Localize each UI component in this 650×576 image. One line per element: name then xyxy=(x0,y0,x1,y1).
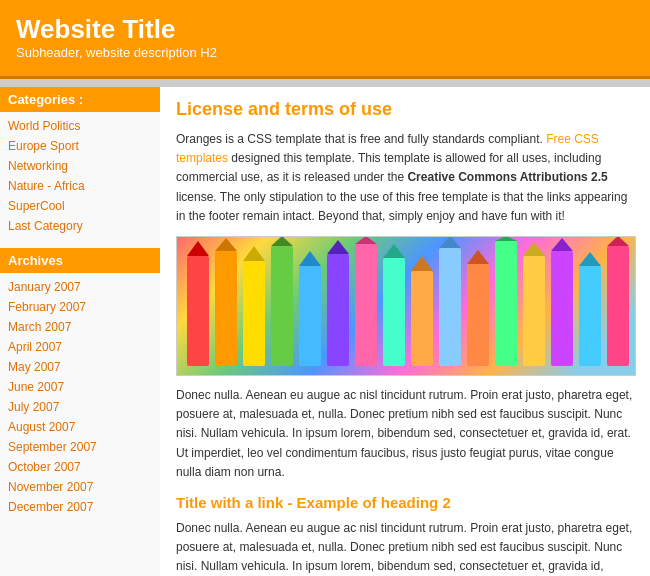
archive-link[interactable]: November 2007 xyxy=(0,477,160,497)
svg-rect-4 xyxy=(243,261,265,366)
list-item: May 2007 xyxy=(0,357,160,377)
site-subtitle: Subheader, website description H2 xyxy=(16,45,634,60)
list-item: Networking xyxy=(0,156,160,176)
categories-list: World Politics Europe Sport Networking N… xyxy=(0,112,160,240)
categories-heading: Categories : xyxy=(0,87,160,112)
site-header: Website Title Subheader, website descrip… xyxy=(0,0,650,79)
archives-list: January 2007 February 2007 March 2007 Ap… xyxy=(0,273,160,521)
list-item: World Politics xyxy=(0,116,160,136)
svg-rect-24 xyxy=(523,256,545,366)
article2-paragraph: Donec nulla. Aenean eu augue ac nisl tin… xyxy=(176,519,636,576)
svg-marker-17 xyxy=(411,256,433,271)
main-content: License and terms of use Oranges is a CS… xyxy=(160,87,650,576)
svg-rect-8 xyxy=(299,266,321,366)
list-item: August 2007 xyxy=(0,417,160,437)
svg-marker-13 xyxy=(355,236,377,244)
list-item: June 2007 xyxy=(0,377,160,397)
svg-rect-6 xyxy=(271,246,293,366)
article1-paragraph2: Donec nulla. Aenean eu augue ac nisl tin… xyxy=(176,386,636,482)
list-item: April 2007 xyxy=(0,337,160,357)
archive-link[interactable]: March 2007 xyxy=(0,317,160,337)
svg-rect-14 xyxy=(383,258,405,366)
svg-marker-3 xyxy=(215,238,237,251)
svg-rect-0 xyxy=(187,256,209,366)
archive-link[interactable]: January 2007 xyxy=(0,277,160,297)
list-item: February 2007 xyxy=(0,297,160,317)
svg-marker-21 xyxy=(467,250,489,264)
list-item: July 2007 xyxy=(0,397,160,417)
svg-marker-9 xyxy=(299,251,321,266)
svg-marker-25 xyxy=(523,242,545,256)
list-item: December 2007 xyxy=(0,497,160,517)
archive-link[interactable]: October 2007 xyxy=(0,457,160,477)
svg-marker-19 xyxy=(439,236,461,248)
archives-heading: Archives xyxy=(0,248,160,273)
list-item: October 2007 xyxy=(0,457,160,477)
category-link[interactable]: Nature - Africa xyxy=(0,176,160,196)
site-title: Website Title xyxy=(16,14,634,45)
list-item: March 2007 xyxy=(0,317,160,337)
list-item: Last Category xyxy=(0,216,160,236)
svg-marker-11 xyxy=(327,240,349,254)
archive-link[interactable]: June 2007 xyxy=(0,377,160,397)
archive-link[interactable]: August 2007 xyxy=(0,417,160,437)
svg-marker-5 xyxy=(243,246,265,261)
svg-rect-28 xyxy=(579,266,601,366)
svg-rect-16 xyxy=(411,271,433,366)
svg-marker-31 xyxy=(607,236,629,246)
svg-rect-10 xyxy=(327,254,349,366)
article1-text-end: license. The only stipulation to the use… xyxy=(176,190,627,223)
page-wrapper: Categories : World Politics Europe Sport… xyxy=(0,87,650,576)
svg-rect-20 xyxy=(467,264,489,366)
list-item: Nature - Africa xyxy=(0,176,160,196)
svg-rect-22 xyxy=(495,241,517,366)
svg-marker-23 xyxy=(495,236,517,241)
svg-rect-26 xyxy=(551,251,573,366)
svg-marker-29 xyxy=(579,252,601,266)
list-item: January 2007 xyxy=(0,277,160,297)
sidebar: Categories : World Politics Europe Sport… xyxy=(0,87,160,576)
article2-title: Title with a link - Example of heading 2 xyxy=(176,494,636,511)
category-link[interactable]: World Politics xyxy=(0,116,160,136)
creative-commons-text: Creative Commons Attributions 2.5 xyxy=(407,170,607,184)
svg-rect-30 xyxy=(607,246,629,366)
category-link[interactable]: Europe Sport xyxy=(0,136,160,156)
archive-link[interactable]: September 2007 xyxy=(0,437,160,457)
archive-link[interactable]: July 2007 xyxy=(0,397,160,417)
list-item: Europe Sport xyxy=(0,136,160,156)
category-link[interactable]: Last Category xyxy=(0,216,160,236)
archive-link[interactable]: May 2007 xyxy=(0,357,160,377)
svg-rect-2 xyxy=(215,251,237,366)
svg-marker-7 xyxy=(271,236,293,246)
article1-text-before-link: Oranges is a CSS template that is free a… xyxy=(176,132,546,146)
svg-marker-1 xyxy=(187,241,209,256)
pencils-svg xyxy=(177,236,635,376)
nav-bar xyxy=(0,79,650,87)
list-item: SuperCool xyxy=(0,196,160,216)
list-item: November 2007 xyxy=(0,477,160,497)
article1-paragraph1: Oranges is a CSS template that is free a… xyxy=(176,130,636,226)
svg-marker-27 xyxy=(551,238,573,251)
archive-link[interactable]: February 2007 xyxy=(0,297,160,317)
svg-rect-12 xyxy=(355,244,377,366)
list-item: September 2007 xyxy=(0,437,160,457)
archive-link[interactable]: December 2007 xyxy=(0,497,160,517)
svg-rect-18 xyxy=(439,248,461,366)
article1-title: License and terms of use xyxy=(176,99,636,120)
archive-link[interactable]: April 2007 xyxy=(0,337,160,357)
category-link[interactable]: Networking xyxy=(0,156,160,176)
svg-marker-15 xyxy=(383,244,405,258)
category-link[interactable]: SuperCool xyxy=(0,196,160,216)
article-image xyxy=(176,236,636,376)
